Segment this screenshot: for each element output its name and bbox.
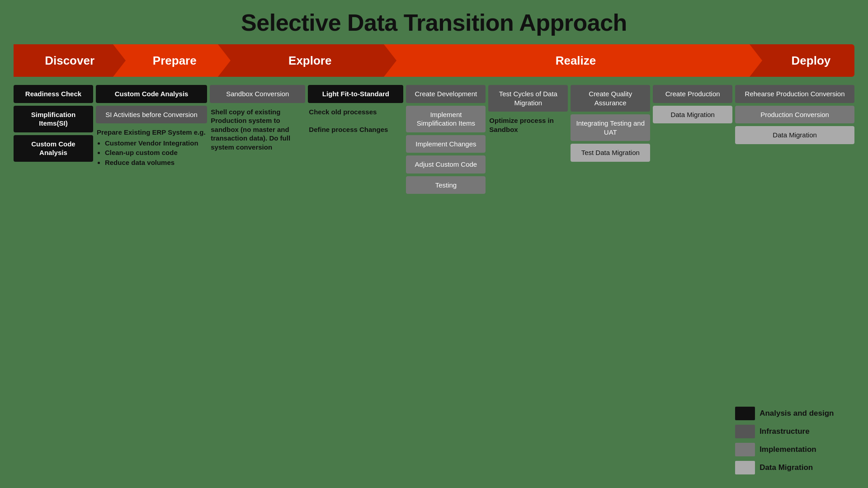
box-prepare-text: Prepare Existing ERP System e.g. Custome… bbox=[96, 126, 207, 169]
banner-explore: Explore bbox=[218, 44, 384, 77]
box-data-migration-deploy: Data Migration bbox=[735, 126, 854, 144]
box-data-migration-prod: Data Migration bbox=[653, 106, 732, 124]
box-impl-simplification: Implement Simplification Items bbox=[406, 106, 486, 132]
box-adjust-custom-code: Adjust Custom Code bbox=[406, 155, 486, 174]
legend: Analysis and design Infrastructure Imple… bbox=[735, 402, 854, 479]
box-rehearse-prod: Rehearse Production Conversion bbox=[735, 85, 854, 103]
box-custom-code-prepare: Custom Code Analysis bbox=[96, 85, 207, 103]
legend-infra: Infrastructure bbox=[735, 425, 854, 438]
legend-label-data-mig: Data Migration bbox=[760, 463, 813, 472]
box-optimize-text: Optimize process in Sandbox bbox=[488, 114, 568, 136]
box-custom-code-discover: Custom Code Analysis bbox=[14, 135, 93, 162]
col-prepare: Custom Code Analysis SI Activities befor… bbox=[96, 85, 207, 479]
box-impl-changes: Implement Changes bbox=[406, 135, 486, 153]
legend-label-infra: Infrastructure bbox=[760, 427, 810, 436]
col-light-fit: Light Fit-to-Standard Check old processe… bbox=[308, 85, 403, 479]
legend-impl: Implementation bbox=[735, 443, 854, 456]
legend-label-impl: Implementation bbox=[760, 445, 816, 454]
col-sandbox: Sandbox Conversion Shell copy of existin… bbox=[210, 85, 305, 479]
col-create-dev: Create Development Implement Simplificat… bbox=[406, 85, 486, 479]
legend-swatch-analysis bbox=[735, 407, 755, 420]
page-title: Selective Data Transition Approach bbox=[241, 9, 627, 36]
legend-swatch-data-mig bbox=[735, 461, 755, 474]
box-fit-text: Check old processes Define process Chang… bbox=[308, 106, 403, 136]
banner-realize: Realize bbox=[384, 44, 750, 77]
content-grid: Readiness Check Simplification Items(SI)… bbox=[14, 85, 854, 479]
box-integrating-testing: Integrating Testing and UAT bbox=[571, 114, 650, 141]
box-sandbox-conversion: Sandbox Conversion bbox=[210, 85, 305, 103]
phase-banner: Discover Prepare Explore Realize Deploy bbox=[14, 44, 854, 77]
legend-analysis: Analysis and design bbox=[735, 407, 854, 420]
legend-swatch-infra bbox=[735, 425, 755, 438]
col-create-prod: Create Production Data Migration bbox=[653, 85, 732, 479]
box-sandbox-text: Shell copy of existing Production system… bbox=[210, 106, 305, 154]
box-si-activities: SI Activities before Conversion bbox=[96, 106, 207, 124]
box-simplification-items: Simplification Items(SI) bbox=[14, 106, 93, 132]
banner-discover: Discover bbox=[14, 44, 113, 77]
banner-prepare: Prepare bbox=[113, 44, 218, 77]
box-test-data-migration: Test Data Migration bbox=[571, 144, 650, 162]
box-readiness-check: Readiness Check bbox=[14, 85, 93, 103]
box-light-fit: Light Fit-to-Standard bbox=[308, 85, 403, 103]
box-create-dev: Create Development bbox=[406, 85, 486, 103]
box-testing: Testing bbox=[406, 176, 486, 194]
legend-label-analysis: Analysis and design bbox=[760, 409, 834, 418]
col-test-cycles: Test Cycles of Data Migration Optimize p… bbox=[488, 85, 568, 479]
box-test-cycles: Test Cycles of Data Migration bbox=[488, 85, 568, 112]
box-create-prod: Create Production bbox=[653, 85, 732, 103]
banner-deploy: Deploy bbox=[750, 44, 854, 77]
legend-data-mig: Data Migration bbox=[735, 461, 854, 474]
col-create-qa: Create Quality Assurance Integrating Tes… bbox=[571, 85, 650, 479]
box-prod-conversion: Production Conversion bbox=[735, 106, 854, 124]
box-create-qa: Create Quality Assurance bbox=[571, 85, 650, 112]
legend-swatch-impl bbox=[735, 443, 755, 456]
col-deploy: Rehearse Production Conversion Productio… bbox=[735, 85, 854, 479]
col-discover: Readiness Check Simplification Items(SI)… bbox=[14, 85, 93, 479]
